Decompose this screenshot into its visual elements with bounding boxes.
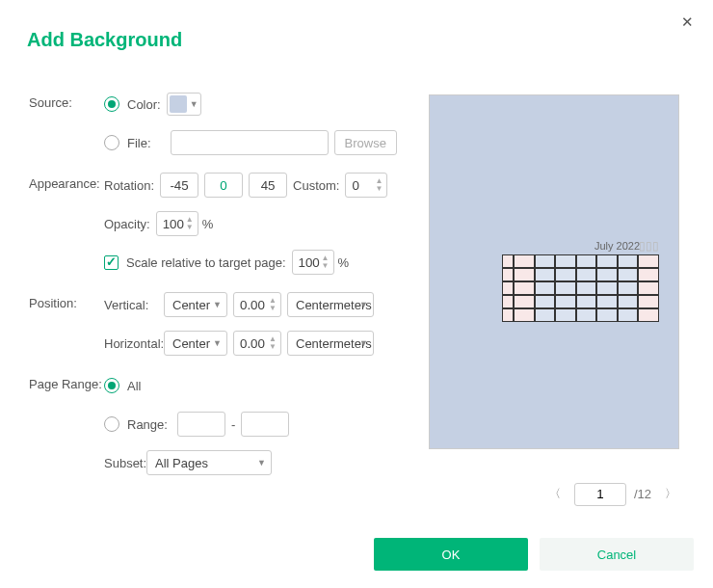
custom-label: Custom: bbox=[293, 178, 339, 193]
subset-select[interactable]: All Pages▼ bbox=[146, 450, 272, 475]
dialog-content: Source: Color: ▼ File: Browse bbox=[29, 92, 684, 521]
browse-button[interactable]: Browse bbox=[334, 130, 397, 155]
opacity-label: Opacity: bbox=[104, 217, 150, 231]
source-row: Source: Color: ▼ File: Browse bbox=[29, 92, 414, 155]
ok-button[interactable]: OK bbox=[374, 538, 528, 571]
percent-label: % bbox=[338, 255, 350, 270]
color-picker[interactable]: ▼ bbox=[167, 93, 201, 116]
chevron-down-icon: ▼ bbox=[359, 338, 368, 348]
color-swatch bbox=[170, 95, 187, 113]
spinner-icon[interactable]: ▲▼ bbox=[269, 332, 278, 355]
page-range-label: Page Range: bbox=[29, 373, 104, 391]
chevron-down-icon: ▼ bbox=[213, 300, 222, 309]
file-input[interactable] bbox=[171, 130, 329, 155]
preview-doc-title: July 2022 bbox=[594, 240, 640, 252]
percent-label: % bbox=[202, 217, 214, 231]
dialog-title: Add Background bbox=[27, 29, 182, 51]
form-panel: Source: Color: ▼ File: Browse bbox=[29, 92, 414, 493]
chevron-down-icon: ▼ bbox=[190, 99, 198, 109]
range-to-input[interactable] bbox=[241, 412, 289, 437]
preview-panel: July 2022 ▯▯▯ bbox=[429, 94, 679, 449]
footer-buttons: OK Cancel bbox=[374, 538, 694, 571]
rotation-preset-neg45[interactable] bbox=[160, 173, 198, 198]
range-separator: - bbox=[231, 417, 235, 432]
spinner-icon[interactable]: ▲▼ bbox=[322, 251, 331, 274]
calendar-icon: ▯▯▯ bbox=[639, 239, 659, 253]
rotation-preset-0[interactable] bbox=[204, 173, 243, 198]
rotation-label: Rotation: bbox=[104, 178, 154, 193]
preview-calendar-grid bbox=[502, 254, 659, 322]
vertical-label: Vertical: bbox=[104, 298, 164, 312]
source-file-radio[interactable] bbox=[104, 135, 119, 150]
page-total: /12 bbox=[634, 487, 651, 501]
scale-checkbox[interactable] bbox=[104, 255, 119, 270]
all-label: All bbox=[127, 379, 141, 393]
spinner-icon[interactable]: ▲▼ bbox=[186, 212, 196, 235]
vertical-unit-select[interactable]: Centermeters▼ bbox=[287, 292, 374, 317]
close-icon[interactable]: ✕ bbox=[678, 13, 696, 31]
position-row: Position: Vertical: Center▼ ▲▼ Centermet… bbox=[29, 292, 414, 356]
appearance-label: Appearance: bbox=[29, 173, 104, 191]
all-pages-radio[interactable] bbox=[104, 378, 119, 393]
spinner-icon[interactable]: ▲▼ bbox=[269, 293, 278, 316]
source-color-radio[interactable] bbox=[104, 96, 119, 112]
range-label: Range: bbox=[127, 417, 168, 432]
page-number-input[interactable] bbox=[574, 483, 626, 506]
range-radio[interactable] bbox=[104, 416, 119, 432]
horizontal-label: Horizontal: bbox=[104, 336, 164, 351]
chevron-down-icon: ▼ bbox=[213, 338, 222, 348]
vertical-align-select[interactable]: Center▼ bbox=[164, 292, 227, 317]
file-label: File: bbox=[127, 136, 151, 150]
page-navigator: 〈 /12 〉 bbox=[541, 482, 684, 506]
horizontal-unit-select[interactable]: Centermeters▼ bbox=[287, 331, 374, 356]
chevron-down-icon: ▼ bbox=[257, 458, 266, 468]
rotation-preset-45[interactable] bbox=[249, 173, 287, 198]
next-page-button[interactable]: 〉 bbox=[657, 482, 684, 506]
color-label: Color: bbox=[127, 97, 161, 112]
spinner-icon[interactable]: ▲▼ bbox=[375, 174, 384, 197]
position-label: Position: bbox=[29, 292, 104, 310]
horizontal-align-select[interactable]: Center▼ bbox=[164, 331, 227, 356]
range-from-input[interactable] bbox=[177, 412, 225, 437]
prev-page-button[interactable]: 〈 bbox=[541, 482, 568, 506]
source-label: Source: bbox=[29, 92, 104, 110]
cancel-button[interactable]: Cancel bbox=[540, 538, 694, 571]
chevron-down-icon: ▼ bbox=[359, 300, 368, 309]
scale-label: Scale relative to target page: bbox=[126, 255, 286, 270]
appearance-row: Appearance: Rotation: Custom: ▲▼ O bbox=[29, 173, 414, 275]
page-range-row: Page Range: All Range: - Subset: All Pag… bbox=[29, 373, 414, 475]
subset-label: Subset: bbox=[104, 456, 146, 470]
